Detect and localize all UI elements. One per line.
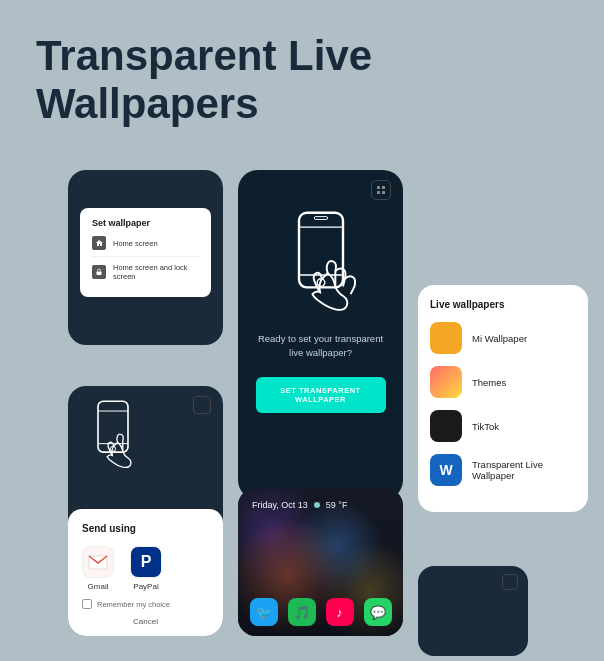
tiktok-thumb xyxy=(430,410,462,442)
list-item: W Transparent Live Wallpaper xyxy=(430,454,576,486)
card-photo: Friday, Oct 13 59 °F 🐦 🎵 ♪ 💬 xyxy=(238,488,403,636)
app-icons-row: 🐦 🎵 ♪ 💬 xyxy=(238,598,403,626)
svg-rect-2 xyxy=(382,186,385,189)
tiktok-name: TikTok xyxy=(472,421,499,432)
card-live-wallpapers: Live wallpapers Mi Wallpaper Themes TikT… xyxy=(418,285,588,512)
dialog-box: Set wallpaper Home screen Home screen an… xyxy=(80,208,211,297)
gmail-icon xyxy=(82,546,114,578)
transparent-wallpaper-name: Transparent Live Wallpaper xyxy=(472,459,576,481)
mi-wallpaper-name: Mi Wallpaper xyxy=(472,333,527,344)
card-center-main: Ready to set your transparent live wallp… xyxy=(238,170,403,500)
send-using-title: Send using xyxy=(82,523,209,534)
card-corner-icon xyxy=(193,396,211,414)
page-title: Transparent LiveWallpapers xyxy=(36,32,372,129)
remember-choice: Remember my choice xyxy=(82,599,209,609)
option-home-lock-screen: Home screen and lock screen xyxy=(113,263,199,281)
gmail-label: Gmail xyxy=(88,582,109,591)
svg-rect-3 xyxy=(377,191,380,194)
svg-rect-4 xyxy=(382,191,385,194)
set-wallpaper-button[interactable]: SET TRANSPARENT WALLPAPER xyxy=(256,377,386,413)
remember-checkbox[interactable] xyxy=(82,599,92,609)
cancel-button[interactable]: Cancel xyxy=(82,617,209,626)
card-send-using: Send using Gmail P PayPal Remember my ch… xyxy=(68,386,223,636)
themes-thumb xyxy=(430,366,462,398)
home-icon xyxy=(92,236,106,250)
remember-text: Remember my choice xyxy=(97,600,170,609)
lock-icon xyxy=(92,265,106,279)
twitter-icon: 🐦 xyxy=(250,598,278,626)
mi-wallpaper-thumb xyxy=(430,322,462,354)
svg-rect-9 xyxy=(314,217,327,220)
send-option-gmail[interactable]: Gmail xyxy=(82,546,114,591)
settings-icon xyxy=(371,180,391,200)
whatsapp-icon: 💬 xyxy=(364,598,392,626)
dialog-title: Set wallpaper xyxy=(92,218,199,228)
phone-hand-illustration xyxy=(276,208,366,318)
card-bottom-right xyxy=(418,566,528,656)
svg-rect-0 xyxy=(97,272,102,276)
list-item: Themes xyxy=(430,366,576,398)
card-br-corner-icon xyxy=(502,574,518,590)
paypal-icon: P xyxy=(130,546,162,578)
svg-rect-1 xyxy=(377,186,380,189)
spotify-icon: 🎵 xyxy=(288,598,316,626)
option-home-screen: Home screen xyxy=(113,239,158,248)
tiktok-icon: ♪ xyxy=(326,598,354,626)
card-set-wallpaper: Set wallpaper Home screen Home screen an… xyxy=(68,170,223,345)
live-wallpapers-title: Live wallpapers xyxy=(430,299,576,310)
weather-dot xyxy=(314,502,320,508)
send-option-paypal[interactable]: P PayPal xyxy=(130,546,162,591)
send-options: Gmail P PayPal xyxy=(82,546,209,591)
list-item: Mi Wallpaper xyxy=(430,322,576,354)
send-dialog: Send using Gmail P PayPal Remember my ch… xyxy=(68,509,223,636)
dialog-option-2: Home screen and lock screen xyxy=(92,263,199,281)
dialog-option-1: Home screen xyxy=(92,236,199,250)
list-item: TikTok xyxy=(430,410,576,442)
themes-name: Themes xyxy=(472,377,506,388)
phone-hand-small-illustration xyxy=(78,398,148,473)
photo-date: Friday, Oct 13 59 °F xyxy=(252,500,347,510)
transparent-thumb: W xyxy=(430,454,462,486)
paypal-label: PayPal xyxy=(133,582,158,591)
card-description: Ready to set your transparent live wallp… xyxy=(238,332,403,361)
